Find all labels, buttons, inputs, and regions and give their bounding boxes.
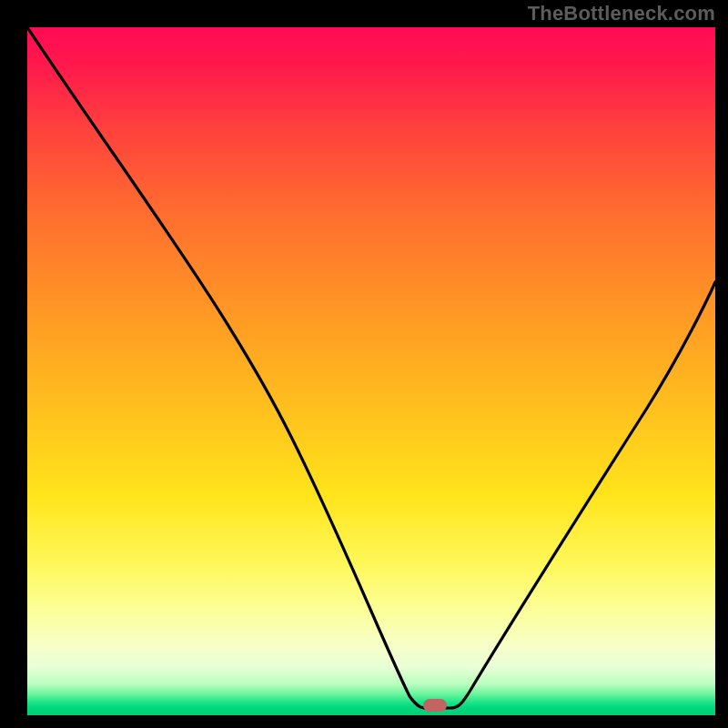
- watermark-text: TheBottleneck.com: [528, 2, 715, 25]
- curve-path: [27, 27, 715, 708]
- chart-frame: TheBottleneck.com: [0, 0, 728, 728]
- bottleneck-curve: [27, 27, 715, 715]
- plot-area: [27, 27, 715, 715]
- optimal-point-marker: [423, 699, 447, 712]
